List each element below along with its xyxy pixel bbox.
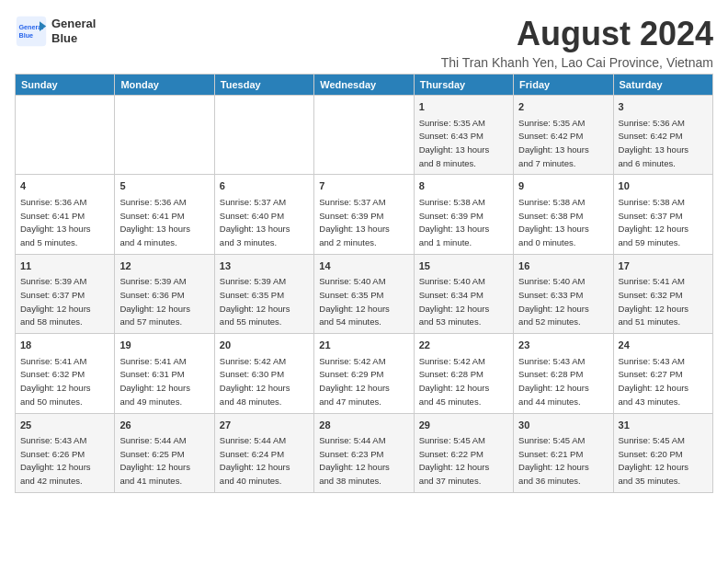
cell-content-line: Daylight: 12 hours [619, 461, 708, 475]
cell-content-line: and 35 minutes. [619, 475, 708, 488]
calendar-table: SundayMondayTuesdayWednesdayThursdayFrid… [15, 74, 713, 493]
cell-content-line: Daylight: 13 hours [20, 223, 109, 236]
cell-content-line: and 57 minutes. [119, 316, 209, 329]
cell-content-line: and 36 minutes. [518, 475, 608, 488]
cell-content-line: Daylight: 12 hours [119, 461, 209, 475]
calendar-cell: 15Sunrise: 5:40 AMSunset: 6:34 PMDayligh… [414, 254, 513, 333]
cell-content-line: and 3 minutes. [220, 236, 309, 250]
day-number: 6 [220, 178, 309, 194]
day-number: 20 [220, 338, 309, 353]
calendar-cell: 3Sunrise: 5:36 AMSunset: 6:42 PMDaylight… [613, 96, 712, 175]
cell-content-line: and 48 minutes. [220, 396, 309, 409]
day-header-sunday: Sunday [16, 75, 115, 96]
cell-content-line: Sunset: 6:39 PM [319, 210, 408, 224]
day-number: 3 [619, 99, 708, 115]
calendar-cell: 14Sunrise: 5:40 AMSunset: 6:35 PMDayligh… [314, 254, 414, 333]
cell-content-line: Daylight: 13 hours [419, 223, 508, 236]
cell-content-line: Daylight: 12 hours [518, 382, 608, 396]
cell-content-line: and 5 minutes. [20, 236, 109, 250]
cell-content-line: and 2 minutes. [319, 236, 408, 250]
day-number: 16 [518, 259, 608, 274]
day-number: 2 [518, 99, 608, 115]
logo-text-line2: Blue [51, 31, 96, 46]
day-number: 8 [419, 178, 508, 194]
cell-content-line: Sunset: 6:35 PM [220, 289, 309, 303]
logo-text-line1: General [51, 17, 96, 31]
day-number: 27 [220, 418, 309, 433]
day-number: 12 [119, 259, 209, 274]
cell-content-line: Sunset: 6:39 PM [419, 210, 508, 224]
cell-content-line: and 51 minutes. [619, 316, 708, 329]
calendar-cell: 2Sunrise: 5:35 AMSunset: 6:42 PMDaylight… [514, 96, 613, 175]
calendar-cell: 8Sunrise: 5:38 AMSunset: 6:39 PMDaylight… [414, 175, 513, 254]
calendar-cell: 27Sunrise: 5:44 AMSunset: 6:24 PMDayligh… [214, 413, 313, 492]
svg-text:Blue: Blue [19, 31, 34, 40]
cell-content-line: Sunrise: 5:36 AM [619, 117, 708, 131]
day-header-friday: Friday [514, 75, 613, 96]
calendar-cell [214, 96, 313, 175]
calendar-cell [16, 96, 115, 175]
cell-content-line: Daylight: 13 hours [119, 223, 209, 236]
calendar-cell: 18Sunrise: 5:41 AMSunset: 6:32 PMDayligh… [16, 334, 115, 413]
cell-content-line: Sunset: 6:21 PM [518, 448, 608, 462]
cell-content-line: and 54 minutes. [319, 316, 408, 329]
subtitle: Thi Tran Khanh Yen, Lao Cai Province, Vi… [441, 55, 713, 70]
cell-content-line: and 40 minutes. [220, 475, 309, 488]
day-number: 18 [20, 338, 109, 353]
cell-content-line: Sunrise: 5:40 AM [518, 275, 608, 289]
week-row-1: 1Sunrise: 5:35 AMSunset: 6:43 PMDaylight… [16, 96, 713, 175]
cell-content-line: and 50 minutes. [20, 396, 109, 409]
cell-content-line: Sunrise: 5:36 AM [119, 196, 209, 210]
cell-content-line: Daylight: 12 hours [220, 461, 309, 475]
calendar-cell: 19Sunrise: 5:41 AMSunset: 6:31 PMDayligh… [115, 334, 214, 413]
cell-content-line: Sunset: 6:29 PM [319, 368, 408, 382]
cell-content-line: Sunrise: 5:41 AM [20, 355, 109, 369]
cell-content-line: Sunrise: 5:35 AM [419, 117, 508, 131]
cell-content-line: Daylight: 12 hours [319, 303, 408, 316]
cell-content-line: and 6 minutes. [619, 157, 708, 171]
cell-content-line: Sunrise: 5:42 AM [220, 355, 309, 369]
day-number: 24 [619, 338, 708, 353]
calendar-cell: 24Sunrise: 5:43 AMSunset: 6:27 PMDayligh… [613, 334, 712, 413]
day-number: 13 [220, 259, 309, 274]
day-number: 9 [518, 178, 608, 194]
day-number: 23 [518, 338, 608, 353]
day-number: 11 [20, 259, 109, 274]
cell-content-line: Daylight: 12 hours [619, 382, 708, 396]
calendar-cell: 29Sunrise: 5:45 AMSunset: 6:22 PMDayligh… [414, 413, 513, 492]
cell-content-line: Sunset: 6:42 PM [518, 130, 608, 144]
cell-content-line: Sunset: 6:30 PM [220, 368, 309, 382]
cell-content-line: Daylight: 12 hours [20, 461, 109, 475]
day-number: 28 [319, 418, 408, 433]
calendar-cell: 23Sunrise: 5:43 AMSunset: 6:28 PMDayligh… [514, 334, 613, 413]
cell-content-line: Daylight: 13 hours [419, 144, 508, 157]
cell-content-line: Sunrise: 5:39 AM [220, 275, 309, 289]
cell-content-line: Daylight: 13 hours [518, 144, 608, 157]
cell-content-line: Sunrise: 5:38 AM [619, 196, 708, 210]
day-header-saturday: Saturday [613, 75, 712, 96]
cell-content-line: and 45 minutes. [419, 396, 508, 409]
cell-content-line: and 59 minutes. [619, 236, 708, 250]
cell-content-line: Daylight: 12 hours [419, 303, 508, 316]
day-number: 30 [518, 418, 608, 433]
logo-icon: General Blue [15, 15, 48, 48]
cell-content-line: Sunrise: 5:37 AM [319, 196, 408, 210]
cell-content-line: Sunrise: 5:45 AM [518, 434, 608, 448]
title-block: August 2024 Thi Tran Khanh Yen, Lao Cai … [441, 15, 713, 70]
cell-content-line: Daylight: 12 hours [319, 461, 408, 475]
cell-content-line: Sunset: 6:28 PM [419, 368, 508, 382]
day-number: 29 [419, 418, 508, 433]
calendar-cell: 12Sunrise: 5:39 AMSunset: 6:36 PMDayligh… [115, 254, 214, 333]
day-header-wednesday: Wednesday [314, 75, 414, 96]
day-number: 15 [419, 259, 508, 274]
calendar-cell: 6Sunrise: 5:37 AMSunset: 6:40 PMDaylight… [214, 175, 313, 254]
week-row-2: 4Sunrise: 5:36 AMSunset: 6:41 PMDaylight… [16, 175, 713, 254]
day-number: 10 [619, 178, 708, 194]
cell-content-line: Sunrise: 5:44 AM [119, 434, 209, 448]
cell-content-line: Sunrise: 5:37 AM [220, 196, 309, 210]
cell-content-line: Sunset: 6:37 PM [619, 210, 708, 224]
cell-content-line: Daylight: 12 hours [319, 382, 408, 396]
day-number: 1 [419, 99, 508, 115]
cell-content-line: Daylight: 12 hours [20, 303, 109, 316]
cell-content-line: Sunset: 6:34 PM [419, 289, 508, 303]
